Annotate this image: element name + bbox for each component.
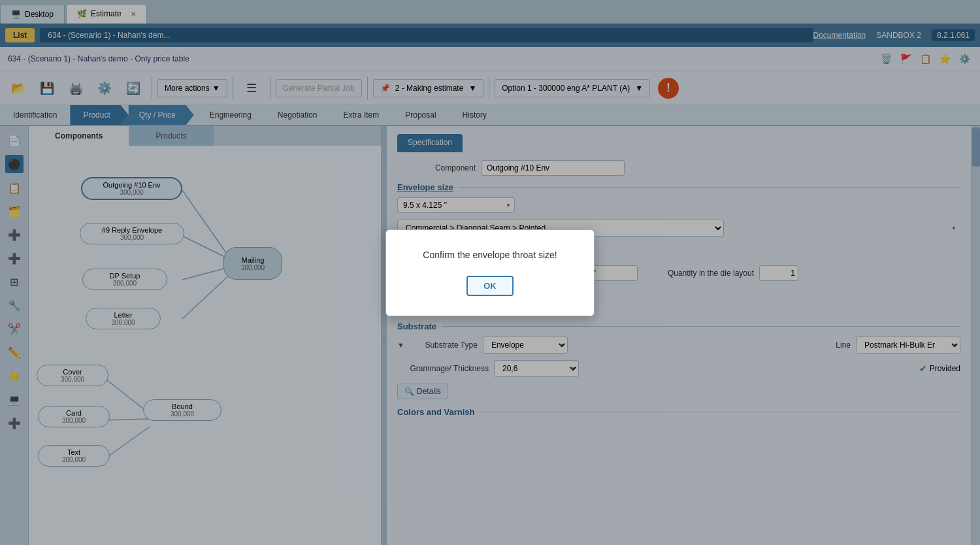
modal-message: Confirm the envelope throat size! — [412, 250, 568, 260]
modal-overlay: Confirm the envelope throat size! OK — [0, 0, 980, 545]
modal-ok-button[interactable]: OK — [466, 276, 514, 296]
modal-dialog: Confirm the envelope throat size! OK — [385, 229, 595, 316]
